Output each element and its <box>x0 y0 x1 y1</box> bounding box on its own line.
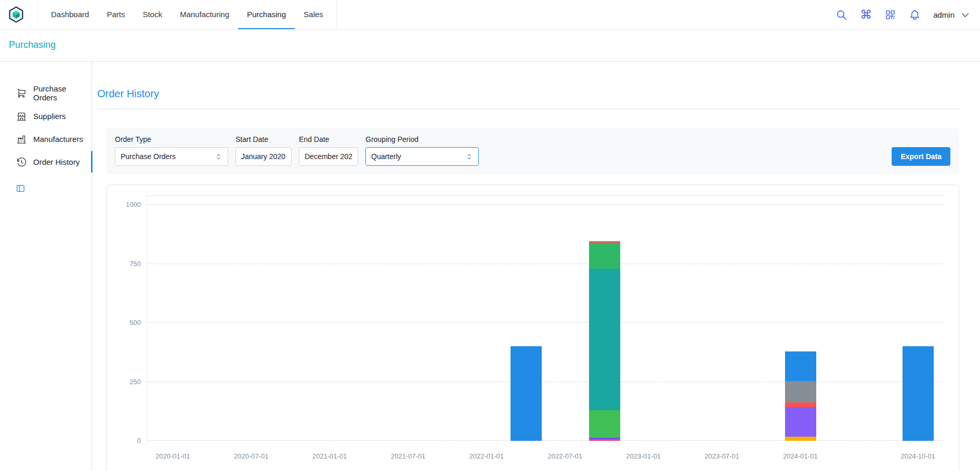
x-axis-tick-label: 2020-07-01 <box>234 452 269 460</box>
order-type-value: Purchase Orders <box>121 152 176 161</box>
bar-segment <box>589 410 620 437</box>
y-axis-tick-label: 250 <box>129 378 141 386</box>
bar-segment <box>785 381 816 402</box>
bar-segment <box>785 437 816 441</box>
main-nav-tabs: Dashboard Parts Stock Manufacturing Purc… <box>37 0 337 29</box>
tab-sales[interactable]: Sales <box>295 0 332 29</box>
filter-panel: Order Type Purchase Orders Start Date En… <box>106 128 959 174</box>
sidebar-item-manufacturers[interactable]: Manufacturers <box>0 127 92 150</box>
command-palette-icon[interactable]: ⌘ <box>860 9 872 21</box>
gridline <box>147 382 944 382</box>
end-date-label: End Date <box>299 135 358 143</box>
chart-y-axis: 02505007501000 <box>107 195 141 441</box>
tab-purchasing[interactable]: Purchasing <box>238 0 295 29</box>
order-history-chart-card: 02505007501000 2020-01-012020-07-012021-… <box>106 185 959 471</box>
purchasing-sidebar: Purchase Orders Suppliers Manufacturers … <box>0 62 92 471</box>
grouping-period-value: Quarterly <box>371 152 401 161</box>
sidebar-collapse-icon[interactable] <box>16 184 26 195</box>
username-label: admin <box>933 10 955 19</box>
x-axis-tick-label: 2021-07-01 <box>391 452 426 460</box>
grouping-period-select[interactable]: Quarterly <box>365 147 479 166</box>
breadcrumb: Purchasing <box>0 30 980 62</box>
order-type-field: Order Type Purchase Orders <box>115 135 228 166</box>
x-axis-tick-label: 2022-01-01 <box>469 452 504 460</box>
start-date-input[interactable] <box>236 147 292 166</box>
export-data-button[interactable]: Export Data <box>892 147 950 166</box>
y-axis-tick-label: 500 <box>129 319 141 326</box>
sidebar-item-label: Suppliers <box>33 112 66 121</box>
gridline <box>147 440 944 441</box>
grouping-period-label: Grouping Period <box>365 135 479 143</box>
x-axis-tick-label: 2024-01-01 <box>783 452 818 460</box>
chart-x-axis: 2020-01-012020-07-012021-01-012021-07-01… <box>147 452 944 461</box>
select-chevrons-icon <box>465 153 473 161</box>
shopping-cart-icon <box>16 88 27 99</box>
chevron-down-icon <box>960 9 971 20</box>
end-date-input[interactable] <box>299 147 358 166</box>
order-type-select[interactable]: Purchase Orders <box>115 147 228 166</box>
navbar-actions: ⌘ admin <box>835 0 971 29</box>
sidebar-item-order-history[interactable]: Order History <box>0 150 92 173</box>
bar-segment <box>589 243 620 269</box>
x-axis-tick-label: 2023-01-01 <box>626 452 661 460</box>
bar-segment <box>511 346 542 441</box>
start-date-field: Start Date <box>236 135 292 166</box>
chart-plot <box>147 195 944 441</box>
storefront-icon <box>16 111 27 122</box>
sidebar-item-label: Manufacturers <box>33 135 83 143</box>
sidebar-item-label: Purchase Orders <box>33 84 92 102</box>
notifications-icon[interactable] <box>909 9 921 21</box>
app-logo[interactable] <box>7 0 25 29</box>
order-type-label: Order Type <box>115 135 228 143</box>
history-icon <box>16 156 27 167</box>
user-menu[interactable]: admin <box>933 9 971 20</box>
bar-segment <box>589 269 620 410</box>
breadcrumb-purchasing[interactable]: Purchasing <box>9 40 56 50</box>
barcode-scan-icon[interactable] <box>884 9 896 21</box>
inventree-logo-icon <box>7 6 25 23</box>
bar-segment <box>785 407 816 437</box>
content-area: Purchase Orders Suppliers Manufacturers … <box>0 62 980 471</box>
x-axis-tick-label: 2022-07-01 <box>547 452 582 460</box>
grouping-period-field: Grouping Period Quarterly <box>365 135 479 166</box>
stacked-bar-2024-01-01[interactable] <box>785 351 816 441</box>
x-axis-tick-label: 2024-10-01 <box>900 452 935 460</box>
bar-segment <box>903 346 934 441</box>
order-history-panel: Order History Order Type Purchase Orders… <box>92 62 980 471</box>
y-axis-tick-label: 1000 <box>126 201 141 208</box>
gridline <box>147 264 944 264</box>
tab-parts[interactable]: Parts <box>98 0 134 29</box>
factory-icon <box>16 134 27 145</box>
bar-segment <box>589 439 620 441</box>
sidebar-item-label: Order History <box>33 158 80 166</box>
gridline <box>147 204 944 205</box>
search-icon[interactable] <box>835 9 847 21</box>
gridline <box>147 322 944 323</box>
select-chevrons-icon <box>215 153 223 161</box>
x-axis-tick-label: 2023-07-01 <box>704 452 739 460</box>
stacked-bar-2022-04-01[interactable] <box>511 346 542 441</box>
tab-manufacturing[interactable]: Manufacturing <box>171 0 238 29</box>
stacked-bar-2024-10-01[interactable] <box>903 346 934 441</box>
end-date-field: End Date <box>299 135 358 166</box>
bar-segment <box>785 402 816 407</box>
bar-segment <box>785 351 816 381</box>
y-axis-tick-label: 0 <box>137 437 141 444</box>
x-axis-tick-label: 2021-01-01 <box>312 452 347 460</box>
top-navbar: Dashboard Parts Stock Manufacturing Purc… <box>0 0 980 30</box>
stacked-bar-2022-10-01[interactable] <box>589 241 620 441</box>
title-divider <box>97 109 959 109</box>
sidebar-item-suppliers[interactable]: Suppliers <box>0 104 92 127</box>
y-axis-tick-label: 750 <box>129 260 141 268</box>
start-date-label: Start Date <box>236 135 292 143</box>
sidebar-item-purchase-orders[interactable]: Purchase Orders <box>0 82 92 104</box>
tab-dashboard[interactable]: Dashboard <box>42 0 98 29</box>
tab-stock[interactable]: Stock <box>134 0 171 29</box>
x-axis-tick-label: 2020-01-01 <box>155 452 190 460</box>
page-title: Order History <box>97 88 959 100</box>
